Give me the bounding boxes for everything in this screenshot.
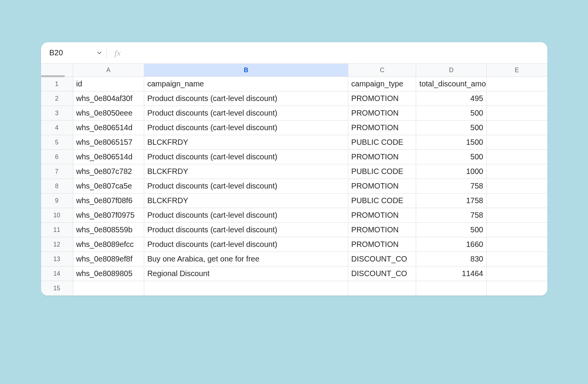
cell-D13[interactable]: 830 xyxy=(416,252,486,266)
cell-A13[interactable]: whs_0e8089ef8f xyxy=(73,252,144,266)
cell-B10[interactable]: Product discounts (cart-level discount) xyxy=(144,208,348,222)
table-row: 9whs_0e807f08f6BLCKFRDYPUBLIC CODE1758 xyxy=(41,194,547,208)
cell-D4[interactable]: 500 xyxy=(416,121,486,135)
cell-E8[interactable] xyxy=(487,179,547,193)
cell-B2[interactable]: Product discounts (cart-level discount) xyxy=(144,91,348,106)
cell-E2[interactable] xyxy=(487,91,547,106)
cell-A6[interactable]: whs_0e806514d xyxy=(73,150,144,164)
cell-C5[interactable]: PUBLIC CODE xyxy=(348,135,417,149)
cell-A5[interactable]: whs_0e8065157 xyxy=(73,135,144,149)
cell-B7[interactable]: BLCKFRDY xyxy=(144,164,348,179)
cell-A8[interactable]: whs_0e807ca5e xyxy=(73,179,144,193)
formula-input[interactable] xyxy=(127,42,547,63)
cell-C9[interactable]: PUBLIC CODE xyxy=(348,194,417,208)
cell-A9[interactable]: whs_0e807f08f6 xyxy=(73,194,144,208)
row-header-10[interactable]: 10 xyxy=(41,208,73,222)
cell-D9[interactable]: 1758 xyxy=(416,194,486,208)
row-header-5[interactable]: 5 xyxy=(41,135,73,149)
cell-D11[interactable]: 500 xyxy=(416,223,486,237)
cell-B5[interactable]: BLCKFRDY xyxy=(144,135,348,149)
cell-A2[interactable]: whs_0e804af30f xyxy=(73,91,144,106)
cell-D6[interactable]: 500 xyxy=(416,150,486,164)
row-header-14[interactable]: 14 xyxy=(41,266,73,281)
cell-A10[interactable]: whs_0e807f0975 xyxy=(73,208,144,222)
cell-C11[interactable]: PROMOTION xyxy=(348,223,417,237)
cell-E10[interactable] xyxy=(487,208,547,222)
cell-B13[interactable]: Buy one Arabica, get one for free xyxy=(144,252,348,266)
cell-B12[interactable]: Product discounts (cart-level discount) xyxy=(144,237,348,252)
cell-A1[interactable]: id xyxy=(73,77,144,91)
row-header-13[interactable]: 13 xyxy=(41,252,73,266)
cell-A4[interactable]: whs_0e806514d xyxy=(73,121,144,135)
cell-B4[interactable]: Product discounts (cart-level discount) xyxy=(144,121,348,135)
cell-E1[interactable] xyxy=(487,77,547,91)
cell-E4[interactable] xyxy=(487,121,547,135)
select-all-corner[interactable] xyxy=(41,64,73,77)
cell-C6[interactable]: PROMOTION xyxy=(348,150,417,164)
column-header-E[interactable]: E xyxy=(487,64,547,76)
row-header-2[interactable]: 2 xyxy=(41,91,73,106)
cell-E11[interactable] xyxy=(487,223,547,237)
cell-C12[interactable]: PROMOTION xyxy=(348,237,417,252)
cell-E6[interactable] xyxy=(487,150,547,164)
cell-B11[interactable]: Product discounts (cart-level discount) xyxy=(144,223,348,237)
cell-C4[interactable]: PROMOTION xyxy=(348,121,417,135)
cell-C8[interactable]: PROMOTION xyxy=(348,179,417,193)
cell-C7[interactable]: PUBLIC CODE xyxy=(348,164,417,179)
cell-E15[interactable] xyxy=(487,281,547,295)
cell-C2[interactable]: PROMOTION xyxy=(348,91,417,106)
cell-A14[interactable]: whs_0e8089805 xyxy=(73,266,144,281)
cell-A11[interactable]: whs_0e808559b xyxy=(73,223,144,237)
cell-C13[interactable]: DISCOUNT_CO xyxy=(348,252,417,266)
cell-B1[interactable]: campaign_name xyxy=(144,77,348,91)
cell-E14[interactable] xyxy=(487,266,547,281)
cell-B14[interactable]: Regional Discount xyxy=(144,266,348,281)
cell-E7[interactable] xyxy=(487,164,547,179)
cell-A7[interactable]: whs_0e807c782 xyxy=(73,164,144,179)
cell-D15[interactable] xyxy=(416,281,486,295)
row-header-12[interactable]: 12 xyxy=(41,237,73,252)
row-header-9[interactable]: 9 xyxy=(41,194,73,208)
cell-D3[interactable]: 500 xyxy=(416,106,486,120)
cell-D7[interactable]: 1000 xyxy=(416,164,486,179)
cell-C1[interactable]: campaign_type xyxy=(348,77,417,91)
cell-C3[interactable]: PROMOTION xyxy=(348,106,417,120)
cell-D1[interactable]: total_discount_amount xyxy=(416,77,486,91)
cell-D14[interactable]: 11464 xyxy=(416,266,486,281)
cell-E9[interactable] xyxy=(487,194,547,208)
cell-B9[interactable]: BLCKFRDY xyxy=(144,194,348,208)
row-header-15[interactable]: 15 xyxy=(41,281,73,295)
row-header-7[interactable]: 7 xyxy=(41,164,73,179)
row-header-4[interactable]: 4 xyxy=(41,121,73,135)
cell-E5[interactable] xyxy=(487,135,547,149)
rows-container: 1idcampaign_namecampaign_typetotal_disco… xyxy=(41,77,547,296)
column-header-B[interactable]: B xyxy=(144,64,348,76)
cell-B15[interactable] xyxy=(144,281,348,295)
cell-E13[interactable] xyxy=(487,252,547,266)
cell-A3[interactable]: whs_0e8050eee xyxy=(73,106,144,120)
column-header-D[interactable]: D xyxy=(416,64,486,76)
row-header-1[interactable]: 1 xyxy=(41,77,73,91)
cell-A15[interactable] xyxy=(73,281,144,295)
cell-D5[interactable]: 1500 xyxy=(416,135,486,149)
name-box[interactable]: B20 xyxy=(41,42,106,63)
row-header-3[interactable]: 3 xyxy=(41,106,73,120)
cell-D2[interactable]: 495 xyxy=(416,91,486,106)
row-header-6[interactable]: 6 xyxy=(41,150,73,164)
row-header-8[interactable]: 8 xyxy=(41,179,73,193)
cell-B6[interactable]: Product discounts (cart-level discount) xyxy=(144,150,348,164)
cell-C15[interactable] xyxy=(348,281,417,295)
column-header-A[interactable]: A xyxy=(73,64,144,76)
cell-D8[interactable]: 758 xyxy=(416,179,486,193)
cell-D10[interactable]: 758 xyxy=(416,208,486,222)
row-header-11[interactable]: 11 xyxy=(41,223,73,237)
cell-C10[interactable]: PROMOTION xyxy=(348,208,417,222)
cell-C14[interactable]: DISCOUNT_CO xyxy=(348,266,417,281)
cell-E12[interactable] xyxy=(487,237,547,252)
cell-B3[interactable]: Product discounts (cart-level discount) xyxy=(144,106,348,120)
column-header-C[interactable]: C xyxy=(348,64,416,76)
cell-E3[interactable] xyxy=(487,106,547,120)
cell-B8[interactable]: Product discounts (cart-level discount) xyxy=(144,179,348,193)
cell-D12[interactable]: 1660 xyxy=(416,237,486,252)
cell-A12[interactable]: whs_0e8089efcc xyxy=(73,237,144,252)
